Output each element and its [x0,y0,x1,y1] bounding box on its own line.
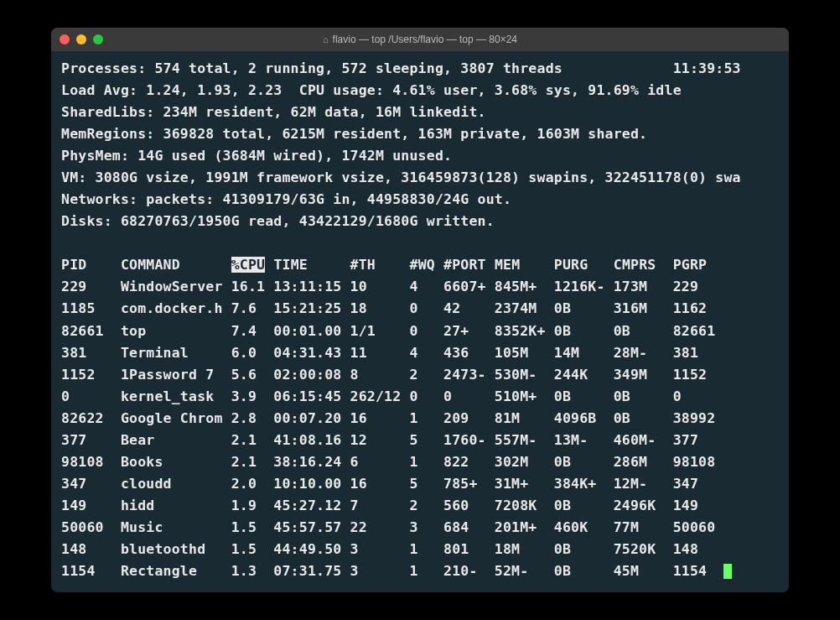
window-titlebar[interactable]: ⌂ flavio — top /Users/flavio — top — 80×… [51,28,789,51]
summary-memregions: MemRegions: 369828 total, 6215M resident… [61,123,779,145]
blank-line [61,232,779,254]
column-wq[interactable]: #WQ [410,257,444,273]
table-row: 1154 Rectangle 1.3 07:31.75 3 1 210- 52M… [61,560,779,582]
table-row: 148 bluetoothd 1.5 44:49.50 3 1 801 18M … [61,539,779,560]
window-title: ⌂ flavio — top /Users/flavio — top — 80×… [323,34,517,45]
home-icon: ⌂ [323,34,329,44]
table-row: 82661 top 7.4 00:01.00 1/1 0 27+ 8352K+ … [61,320,779,342]
terminal-window: ⌂ flavio — top /Users/flavio — top — 80×… [51,28,789,593]
table-row: 149 hidd 1.9 45:27.12 7 2 560 7208K 0B 2… [61,495,779,517]
window-title-text: flavio — top /Users/flavio — top — 80×24 [333,34,517,45]
column-mem[interactable]: MEM [495,257,554,273]
column-th[interactable]: #TH [350,257,410,273]
summary-physmem: PhysMem: 14G used (3684M wired), 1742M u… [61,145,779,167]
summary-networks: Networks: packets: 41309179/63G in, 4495… [61,189,779,211]
column-pid[interactable]: PID [61,257,121,273]
table-header[interactable]: PID COMMAND %CPU TIME #TH #WQ #PORT MEM … [61,254,779,276]
table-row: 1185 com.docker.h 7.6 15:21:25 18 0 42 2… [61,298,779,320]
table-row: 347 cloudd 2.0 10:10.00 16 5 785+ 31M+ 3… [61,473,779,495]
minimize-icon[interactable] [76,34,86,44]
table-row: 0 kernel_task 3.9 06:15:45 262/12 0 0 51… [61,386,779,408]
table-row: 82622 Google Chrom 2.8 00:07.20 16 1 209… [61,408,779,430]
column-port[interactable]: #PORT [443,257,495,273]
cursor [723,564,732,579]
clock-time: 11:39:53 [673,60,741,76]
table-row: 229 WindowServer 16.1 13:11:15 10 4 6607… [61,276,779,298]
summary-load: Load Avg: 1.24, 1.93, 2.23 CPU usage: 4.… [61,80,779,102]
terminal-content[interactable]: Processes: 574 total, 2 running, 572 sle… [51,51,789,593]
table-row: 98108 Books 2.1 38:16.24 6 1 822 302M 0B… [61,451,779,473]
column-cmprs[interactable]: CMPRS [614,257,673,273]
table-row: 50060 Music 1.5 45:57.57 22 3 684 201M+ … [61,517,779,539]
process-table: PID COMMAND %CPU TIME #TH #WQ #PORT MEM … [61,254,779,582]
processes-text: Processes: 574 total, 2 running, 572 sle… [61,60,563,76]
column-purg[interactable]: PURG [554,257,614,273]
summary-disks: Disks: 68270763/1950G read, 43422129/168… [61,211,779,232]
column-command[interactable]: COMMAND [121,257,231,273]
traffic-lights [60,34,103,44]
column-time[interactable]: TIME [273,257,350,273]
summary-sharedlibs: SharedLibs: 234M resident, 62M data, 16M… [61,102,779,123]
column-cpu-sorted[interactable]: %CPU [231,257,266,273]
column-pgrp[interactable]: PGRP [673,257,724,273]
close-icon[interactable] [60,34,70,44]
table-row: 381 Terminal 6.0 04:31.43 11 4 436 105M … [61,342,779,364]
summary-processes: Processes: 574 total, 2 running, 572 sle… [61,58,779,80]
table-row: 377 Bear 2.1 41:08.16 12 5 1760- 557M- 1… [61,430,779,451]
maximize-icon[interactable] [93,34,103,44]
table-row: 1152 1Password 7 5.6 02:00:08 8 2 2473- … [61,364,779,386]
summary-vm: VM: 3080G vsize, 1991M framework vsize, … [61,167,779,189]
